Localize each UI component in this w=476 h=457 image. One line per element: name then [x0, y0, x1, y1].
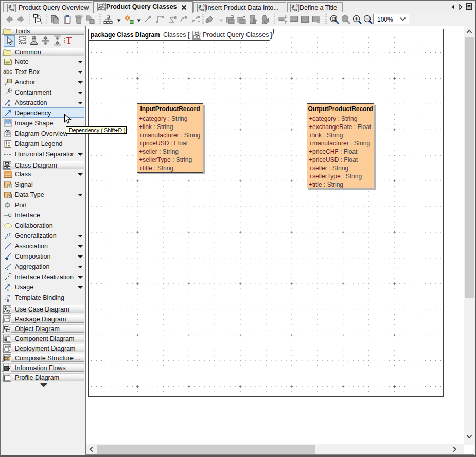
svg-text:B: B: [7, 299, 9, 302]
svg-text:U: U: [7, 288, 9, 292]
svg-text:A: A: [8, 103, 10, 107]
svg-text:D: D: [9, 195, 11, 198]
